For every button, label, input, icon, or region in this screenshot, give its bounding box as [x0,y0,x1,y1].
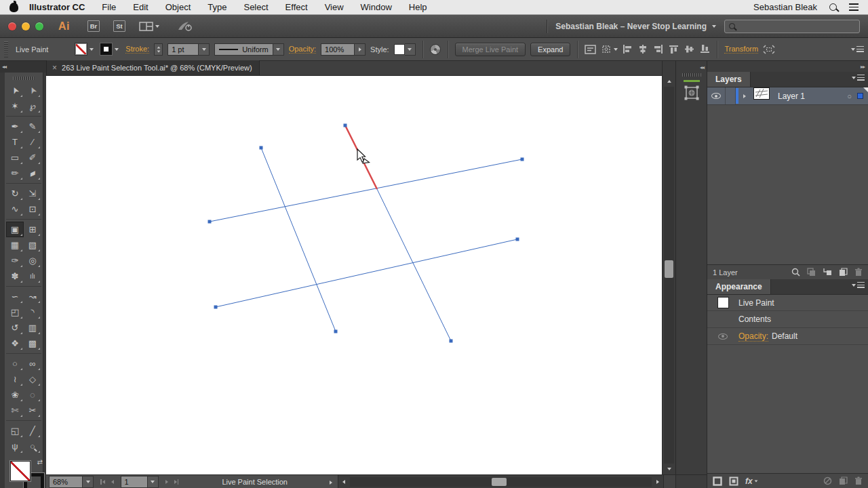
hand-tool[interactable]: ψ [6,439,24,454]
anchor-point[interactable] [521,158,524,161]
horizontal-scroll-track[interactable] [350,477,652,487]
width-tool[interactable]: ∿ [6,201,24,217]
anchor-point[interactable] [334,330,338,333]
add-new-fill-icon[interactable] [729,476,738,486]
vertical-scrollbar[interactable] [662,61,675,474]
layer-target-icon[interactable]: ○ [847,92,852,100]
eraser-tool[interactable]: ▰ [24,165,41,181]
stock-button[interactable]: St [113,20,125,32]
artboard-tool[interactable]: ◰ [6,304,24,320]
menu-item[interactable]: Select [243,2,268,12]
close-window-button[interactable] [8,22,16,30]
gpu-performance-icon[interactable] [177,21,193,32]
width-profile-dropdown[interactable]: Uniform [214,43,273,56]
anchor-point[interactable] [450,340,453,343]
tools-panel-grip[interactable] [13,77,35,80]
scroll-up-icon[interactable] [663,76,675,87]
ellipse-tool[interactable]: ○ [6,356,24,371]
zoom-window-button[interactable] [35,22,43,30]
crop-tool[interactable]: ◱ [6,423,24,439]
menu-item[interactable]: Window [361,2,392,12]
eyedropper-tool[interactable]: ✑ [6,253,24,268]
align-hcenter-icon[interactable] [638,45,648,54]
opacity-panel-link[interactable]: Opacity: [289,45,316,54]
stroke-swatch[interactable] [100,43,112,55]
layer-expand-arrow[interactable] [738,87,750,104]
control-bar-grip[interactable] [4,41,8,58]
zoom-level-dropdown[interactable] [83,476,94,488]
align-top-icon[interactable] [669,45,679,54]
pencil-tool[interactable]: ✏ [6,165,24,181]
width-profile-dropdown-arrow[interactable] [273,43,284,56]
document-tab[interactable]: × 263 Live Paint Selection Tool.ai* @ 68… [46,60,260,75]
tab-layers[interactable]: Layers [707,72,751,87]
add-new-stroke-icon[interactable] [713,476,722,486]
appearance-panel-menu-icon[interactable] [852,282,865,288]
align-to-selection-dropdown[interactable] [601,44,618,54]
anchor-point[interactable] [260,146,263,150]
blob-brush-tool[interactable]: ∽ [6,289,24,304]
scale-tool[interactable]: ⇲ [24,186,41,201]
locate-object-icon[interactable] [791,268,800,277]
paintbrush-tool[interactable]: ✐ [24,150,41,165]
lasso-tool[interactable]: ℘ [24,98,41,114]
eye-icon[interactable] [718,333,728,340]
direct-selection-tool[interactable]: ➤ [24,83,41,98]
menu-item[interactable]: View [325,2,344,12]
shape-properties-icon[interactable] [763,45,775,54]
live-paint-selection-tool[interactable]: ▣ [6,222,24,237]
arrange-documents-button[interactable] [139,22,159,31]
layer-row[interactable]: Layer 1 ○ [707,87,868,105]
symbol-sprayer-tool[interactable]: ✽ [6,268,24,284]
knife-tool[interactable]: ✄ [6,403,24,418]
panel-expand-arrows[interactable]: ▸▸ [707,61,868,72]
magic-wand-tool[interactable]: ✶ [6,98,24,114]
stroke-weight-field[interactable]: 1 pt [167,43,199,56]
align-vcenter-icon[interactable] [685,45,694,54]
tab-appearance[interactable]: Appearance [707,279,771,294]
menu-item[interactable]: Illustrator CC [29,2,85,12]
menu-item[interactable]: Edit [133,2,148,12]
scissors-tool[interactable]: ✂ [24,403,41,418]
rotate-view-tool[interactable]: ↺ [6,320,24,336]
menu-item[interactable]: Help [409,2,427,12]
path-line-vertical-1[interactable] [261,148,336,331]
measure-tool[interactable]: ▥ [24,320,41,336]
vertical-scroll-thumb[interactable] [665,260,673,278]
menu-item[interactable]: Type [208,2,226,12]
stroke-weight-dropdown[interactable] [199,43,210,56]
tools-collapse-arrows[interactable]: ◂◂ [0,61,46,73]
path-line-horizontal-2[interactable] [216,239,517,307]
stroke-weight-stepper[interactable] [154,43,163,56]
canvas[interactable] [46,76,662,474]
menu-user-name[interactable]: Sebastian Bleak [753,2,817,12]
dock-grip[interactable] [682,73,701,77]
layer-visibility-toggle[interactable] [707,87,726,104]
curvature-tool[interactable]: ✎ [24,119,41,134]
gradient-tool[interactable]: ▧ [24,237,41,253]
transform-panel-link[interactable]: Transform [724,45,758,54]
fill-proxy-none[interactable] [10,461,31,481]
menu-item[interactable]: Effect [285,2,308,12]
graphic-style-dropdown[interactable] [405,43,416,56]
path-line-vertical-2[interactable] [377,189,451,341]
appearance-row-contents[interactable]: Contents [707,311,868,328]
opacity-field[interactable]: 100% [321,43,355,56]
arc-tool[interactable]: ◝ [24,304,41,320]
isolate-panel-icon[interactable] [585,45,596,54]
artboard-dropdown[interactable] [148,476,159,488]
shape-builder-tool[interactable]: ❖ [6,336,24,351]
rectangle-tool[interactable]: ▭ [6,150,24,165]
new-layer-icon[interactable] [839,268,848,277]
symbol-screener-tool[interactable]: ❀ [6,387,24,403]
opacity-dropdown[interactable] [355,43,366,56]
zoom-level-field[interactable]: 68% [49,476,83,488]
shaper-tool[interactable]: ↝ [24,289,41,304]
close-tab-icon[interactable]: × [52,63,57,73]
expand-button[interactable]: Expand [530,43,570,56]
graph-tool[interactable]: ◇ [24,371,41,387]
artboard-number-field[interactable]: 1 [121,476,148,488]
horizontal-scroll-thumb[interactable] [492,478,507,486]
control-panel-menu-icon[interactable] [851,46,864,52]
align-left-icon[interactable] [623,45,632,54]
